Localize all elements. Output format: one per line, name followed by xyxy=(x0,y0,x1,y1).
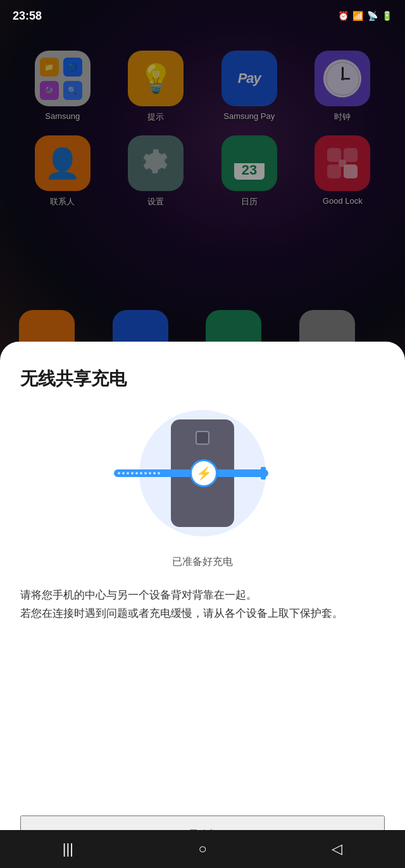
home-button[interactable]: ○ xyxy=(179,834,225,864)
dialog-description: 请将您手机的中心与另一个设备背对背靠在一起。若您在连接时遇到问题或者充电缓慢，请… xyxy=(20,586,385,623)
dialog-illustration: ⚡ xyxy=(20,410,385,536)
nav-bar: ||| ○ ◁ xyxy=(0,830,405,868)
bar-dot-6 xyxy=(140,472,142,474)
back-button[interactable]: ◁ xyxy=(313,834,361,864)
wireless-charging-dialog: 无线共享充电 ⚡ xyxy=(0,342,405,868)
dim-overlay xyxy=(0,0,405,354)
dialog-status: 已准备好充电 xyxy=(20,555,385,569)
signal-icon: 📡 xyxy=(367,11,378,21)
status-time: 23:58 xyxy=(13,9,42,23)
battery-icon: 🔋 xyxy=(382,11,392,21)
status-bar: 23:58 ⏰ 📶 📡 🔋 xyxy=(0,0,405,32)
bar-dot-10 xyxy=(158,472,160,474)
bar-dot-3 xyxy=(127,472,129,474)
phone-camera xyxy=(196,431,209,445)
charging-bar: ⚡ xyxy=(114,462,291,484)
wifi-icon: 📶 xyxy=(352,11,363,21)
bar-center-lightning: ⚡ xyxy=(190,459,218,487)
alarm-icon: ⏰ xyxy=(338,11,349,21)
dialog-title: 无线共享充电 xyxy=(20,367,385,391)
bar-dot-1 xyxy=(118,472,120,474)
bar-end xyxy=(261,467,266,480)
status-icons: ⏰ 📶 📡 🔋 xyxy=(338,11,392,21)
bar-dot-8 xyxy=(149,472,151,474)
bar-dot-7 xyxy=(144,472,147,474)
recent-apps-button[interactable]: ||| xyxy=(44,834,92,864)
bar-dot-9 xyxy=(153,472,156,474)
bar-right xyxy=(218,469,268,477)
bar-dot-2 xyxy=(122,472,125,474)
bar-left xyxy=(114,469,190,477)
bar-dot-4 xyxy=(131,472,134,474)
bar-dot-5 xyxy=(135,472,138,474)
lightning-icon: ⚡ xyxy=(196,466,212,481)
